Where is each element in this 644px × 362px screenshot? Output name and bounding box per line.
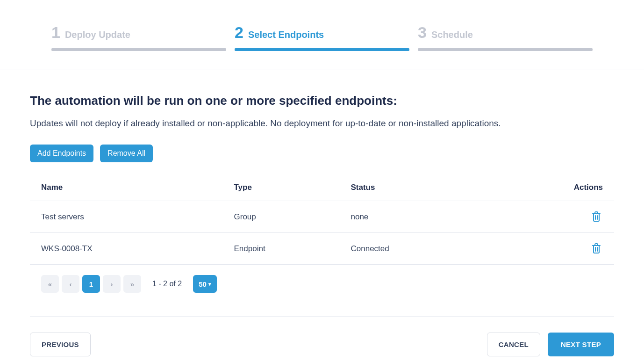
step-schedule[interactable]: 3 Schedule [418, 23, 593, 51]
pagination: « ‹ 1 › » 1 - 2 of 2 50 ▾ [30, 265, 614, 297]
cell-name: Test servers [30, 201, 223, 233]
table-row: Test servers Group none [30, 201, 614, 233]
col-actions: Actions [544, 174, 614, 201]
cancel-button[interactable]: CANCEL [487, 333, 540, 356]
step-label: Select Endpoints [248, 29, 324, 40]
step-number: 2 [235, 23, 243, 42]
previous-button[interactable]: PREVIOUS [30, 333, 91, 356]
endpoints-table: Name Type Status Actions Test servers Gr… [30, 174, 614, 265]
chevron-down-icon: ▾ [208, 281, 211, 287]
col-type: Type [223, 174, 340, 201]
cell-status: Connected [340, 233, 544, 265]
step-label: Deploy Update [65, 29, 130, 40]
remove-all-button[interactable]: Remove All [100, 145, 153, 162]
next-step-button[interactable]: NEXT STEP [548, 333, 614, 356]
page-prev-button[interactable]: ‹ [62, 275, 79, 293]
step-progress-bar [418, 48, 593, 51]
step-progress-bar [235, 48, 409, 51]
page-info: 1 - 2 of 2 [152, 280, 182, 288]
footer-divider [30, 316, 614, 317]
step-progress-bar [51, 48, 226, 51]
cell-name: WKS-0008-TX [30, 233, 223, 265]
cell-type: Group [223, 201, 340, 233]
add-endpoints-button[interactable]: Add Endpoints [30, 145, 93, 162]
page-last-button[interactable]: » [123, 275, 141, 293]
delete-row-button[interactable] [590, 241, 603, 255]
delete-row-button[interactable] [590, 210, 603, 224]
step-deploy-update[interactable]: 1 Deploy Update [51, 23, 226, 51]
page-number-button[interactable]: 1 [82, 275, 100, 293]
cell-status: none [340, 201, 544, 233]
trash-icon [592, 243, 601, 253]
page-size-value: 50 [199, 280, 207, 288]
step-select-endpoints[interactable]: 2 Select Endpoints [235, 23, 409, 51]
col-name: Name [30, 174, 223, 201]
table-header-row: Name Type Status Actions [30, 174, 614, 201]
wizard-stepper: 1 Deploy Update 2 Select Endpoints 3 Sch… [0, 0, 644, 70]
cell-type: Endpoint [223, 233, 340, 265]
step-number: 3 [418, 23, 427, 42]
table-row: WKS-0008-TX Endpoint Connected [30, 233, 614, 265]
page-size-select[interactable]: 50 ▾ [193, 275, 217, 293]
page-first-button[interactable]: « [41, 275, 59, 293]
trash-icon [592, 211, 601, 222]
wizard-footer: PREVIOUS CANCEL NEXT STEP [30, 333, 614, 356]
page-next-button[interactable]: › [103, 275, 121, 293]
page-heading: The automation will be run on one or mor… [30, 94, 614, 108]
col-status: Status [340, 174, 544, 201]
page-subtext: Updates will not deploy if already insta… [30, 118, 614, 129]
step-label: Schedule [431, 29, 473, 40]
step-number: 1 [51, 23, 60, 42]
